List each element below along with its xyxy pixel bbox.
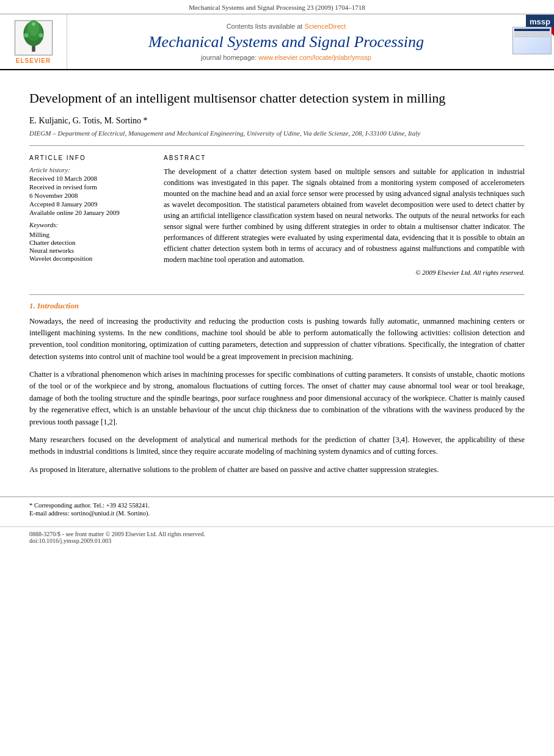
intro-paragraph-2: Chatter is a vibrational phenomenon whic… [29, 369, 525, 428]
keyword-4: Wavelet decomposition [29, 255, 151, 262]
section1-title-text: Introduction [37, 301, 79, 310]
intro-paragraph-4: As proposed in literature, alternative s… [29, 464, 525, 476]
homepage-line: journal homepage: www.elsevier.com/locat… [201, 54, 371, 61]
authors-line: E. Kuljanic, G. Totis, M. Sortino * [29, 116, 525, 126]
keyword-3: Neural networks [29, 247, 151, 254]
revised-date: 6 November 2008 [29, 192, 151, 199]
divider-1 [29, 145, 525, 146]
journal-citation-bar: Mechanical Systems and Signal Processing… [0, 0, 554, 14]
page-wrapper: Mechanical Systems and Signal Processing… [0, 0, 554, 756]
copyright-line: © 2009 Elsevier Ltd. All rights reserved… [164, 269, 525, 276]
email-value: sortino@uniud.it (M. Sortino). [71, 510, 150, 517]
sciencedirect-link[interactable]: ScienceDirect [304, 23, 346, 30]
authors-text: E. Kuljanic, G. Totis, M. Sortino * [29, 116, 148, 125]
doi-text: doi:10.1016/j.ymssp.2009.01.003 [29, 537, 525, 544]
contents-label: Contents lists available at [227, 23, 303, 30]
issn-text: 0888-3270/$ - see front matter © 2009 El… [29, 531, 525, 537]
body-content: 1. Introduction Nowadays, the need of in… [0, 295, 554, 491]
affiliation: DIEGM – Department of Electrical, Manage… [29, 129, 525, 137]
article-title: Development of an intelligent multisenso… [29, 90, 525, 107]
article-history-label: Article history: [29, 166, 151, 173]
svg-point-6 [24, 33, 28, 37]
elsevier-logo-container: ELSEVIER [0, 15, 67, 69]
abstract-label: ABSTRACT [164, 154, 525, 161]
homepage-label: journal homepage: [201, 54, 257, 61]
available-online: Available online 20 January 2009 [29, 209, 151, 216]
intro-paragraph-1: Nowadays, the need of increasing the pro… [29, 316, 525, 363]
svg-point-7 [38, 33, 43, 37]
section1-title: 1. Introduction [29, 301, 525, 311]
corresponding-author-note: * Corresponding author. Tel.: +39 432 55… [29, 502, 525, 509]
header-center: Contents lists available at ScienceDirec… [67, 15, 505, 69]
svg-point-8 [32, 23, 35, 26]
article-info-left: ARTICLE INFO Article history: Received 1… [29, 154, 151, 276]
revised-label: Received in revised form [29, 183, 151, 191]
contents-available-text: Contents lists available at ScienceDirec… [227, 23, 346, 30]
article-info-label: ARTICLE INFO [29, 154, 151, 161]
email-footnote: E-mail address: sortino@uniud.it (M. Sor… [29, 510, 525, 517]
elsevier-logo: ELSEVIER [12, 20, 55, 64]
journal-citation-text: Mechanical Systems and Signal Processing… [189, 4, 365, 11]
elsevier-wordmark: ELSEVIER [16, 57, 51, 64]
mssp-label: mssp [526, 15, 554, 28]
journal-title: Mechanical Systems and Signal Processing [148, 32, 424, 51]
keywords-label: Keywords: [29, 221, 151, 228]
mssp-badge-container: mssp [505, 15, 554, 69]
journal-cover-thumbnail [512, 27, 552, 54]
elsevier-tree-icon [12, 20, 55, 56]
article-info-right: ABSTRACT The development of a chatter de… [164, 154, 525, 276]
accepted-date: Accepted 8 January 2009 [29, 200, 151, 208]
article-title-section: Development of an intelligent multisenso… [29, 90, 525, 107]
email-label: E-mail address: [29, 510, 70, 517]
received-date: Received 10 March 2008 [29, 175, 151, 182]
homepage-url[interactable]: www.elsevier.com/locate/jnlabr/ymssp [258, 54, 371, 61]
section1-num: 1. [29, 301, 35, 310]
header-banner: ELSEVIER Contents lists available at Sci… [0, 14, 554, 70]
info-section: ARTICLE INFO Article history: Received 1… [29, 154, 525, 276]
footer-bar: 0888-3270/$ - see front matter © 2009 El… [0, 526, 554, 548]
keyword-2: Chatter detection [29, 239, 151, 246]
footnotes: * Corresponding author. Tel.: +39 432 55… [0, 496, 554, 522]
abstract-text: The development of a chatter detection s… [164, 166, 525, 265]
keyword-1: Milling [29, 231, 151, 238]
intro-paragraph-3: Many researchers focused on the developm… [29, 434, 525, 458]
main-content: Development of an intelligent multisenso… [0, 70, 554, 294]
mssp-corner-decoration: mssp [511, 15, 554, 57]
